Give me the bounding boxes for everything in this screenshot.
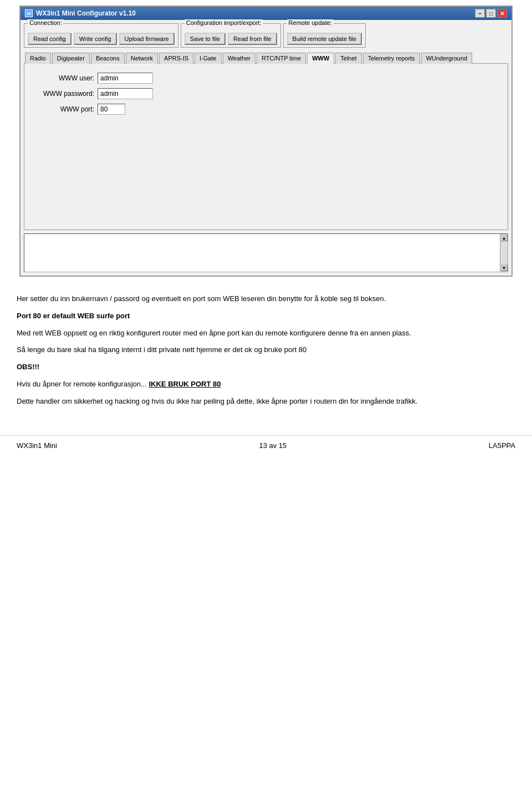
connection-group: Connection: Read config Write config Upl… bbox=[24, 23, 178, 48]
www-port-input[interactable] bbox=[98, 104, 125, 115]
read-from-file-button[interactable]: Read from file bbox=[228, 33, 277, 45]
config-import-export-group: Configuration import/export: Save to fil… bbox=[181, 23, 281, 48]
upload-firmware-button[interactable]: Upload firmware bbox=[119, 33, 175, 45]
obs-body2: Dette handler om sikkerhet og hacking og… bbox=[17, 396, 515, 408]
log-container: ▲ ▼ bbox=[24, 233, 508, 272]
application-window: W WX3in1 Mini Configurator v1.10 – □ ✕ C… bbox=[19, 6, 513, 277]
obs-body: Hvis du åpner for remote konfigurasjon..… bbox=[17, 379, 515, 390]
obs-body1: Hvis du åpner for remote konfigurasjon..… bbox=[17, 380, 147, 388]
app-icon: W bbox=[25, 9, 33, 17]
tab-telnet[interactable]: Telnet bbox=[335, 53, 361, 64]
config-import-label: Configuration import/export: bbox=[185, 19, 263, 26]
tab-i-gate[interactable]: I-Gate bbox=[195, 53, 222, 64]
scroll-down-arrow[interactable]: ▼ bbox=[501, 264, 508, 271]
close-button[interactable]: ✕ bbox=[497, 9, 507, 18]
title-bar: W WX3in1 Mini Configurator v1.10 – □ ✕ bbox=[21, 7, 511, 20]
www-user-input[interactable] bbox=[98, 73, 153, 84]
log-area: ▲ ▼ bbox=[24, 233, 508, 272]
obs-bold: IKKE BRUK PORT 80 bbox=[149, 380, 221, 388]
tab-network[interactable]: Network bbox=[126, 53, 158, 64]
tab-weather[interactable]: Weather bbox=[223, 53, 255, 64]
tab-wunderground[interactable]: WUnderground bbox=[421, 53, 473, 64]
tab-rtc-ntp[interactable]: RTC/NTP time bbox=[257, 53, 306, 64]
www-port-label: WWW port: bbox=[33, 105, 94, 113]
footer-right: LA5PPA bbox=[489, 441, 515, 450]
www-password-input[interactable] bbox=[98, 88, 153, 99]
write-config-button[interactable]: Write config bbox=[74, 33, 117, 45]
scroll-up-arrow[interactable]: ▲ bbox=[501, 235, 508, 241]
minimize-button[interactable]: – bbox=[475, 9, 485, 18]
tab-aprs-is[interactable]: APRS-IS bbox=[159, 53, 193, 64]
tabs-container: Radio Digipeater Beacons Network APRS-IS… bbox=[24, 51, 508, 64]
tab-radio[interactable]: Radio bbox=[25, 53, 51, 64]
main-panel: WWW user: WWW password: WWW port: bbox=[24, 64, 508, 230]
remote-update-label: Remote update: bbox=[287, 19, 334, 26]
window-controls: – □ ✕ bbox=[475, 9, 507, 18]
page-content: Her setter du inn brukernavn / passord o… bbox=[0, 282, 532, 424]
footer-left: WX3in1 Mini bbox=[17, 441, 57, 450]
tab-beacons[interactable]: Beacons bbox=[91, 53, 125, 64]
www-user-row: WWW user: bbox=[33, 73, 499, 84]
toolbar-sections: Connection: Read config Write config Upl… bbox=[24, 23, 508, 48]
obs-block: OBS!!! Hvis du åpner for remote konfigur… bbox=[17, 362, 515, 407]
tab-www[interactable]: WWW bbox=[307, 53, 334, 64]
log-scrollbar[interactable]: ▲ ▼ bbox=[500, 234, 508, 272]
window-title: WX3in1 Mini Configurator v1.10 bbox=[36, 9, 136, 17]
read-config-button[interactable]: Read config bbox=[28, 33, 71, 45]
save-to-file-button[interactable]: Save to file bbox=[185, 33, 226, 45]
remote-update-group: Remote update: Build remote update file bbox=[283, 23, 366, 48]
intro-text: Her setter du inn brukernavn / passord o… bbox=[17, 293, 515, 305]
tab-telemetry[interactable]: Telemetry reports bbox=[363, 53, 420, 64]
footer-center: 13 av 15 bbox=[259, 441, 287, 450]
window-body: Connection: Read config Write config Upl… bbox=[21, 20, 511, 276]
private-net-text: Så lenge du bare skal ha tilgang internt… bbox=[17, 344, 515, 356]
www-password-row: WWW password: bbox=[33, 88, 499, 99]
www-password-label: WWW password: bbox=[33, 90, 94, 98]
page-footer: WX3in1 Mini 13 av 15 LA5PPA bbox=[0, 435, 532, 455]
port-default-title: Port 80 er default WEB surfe port bbox=[17, 311, 515, 322]
connection-label: Connection: bbox=[28, 19, 64, 26]
www-user-label: WWW user: bbox=[33, 74, 94, 82]
port-default-body: Med rett WEB oppsett og en riktig konfig… bbox=[17, 328, 515, 339]
tab-digipeater[interactable]: Digipeater bbox=[52, 53, 90, 64]
restore-button[interactable]: □ bbox=[486, 9, 496, 18]
www-port-row: WWW port: bbox=[33, 104, 499, 115]
build-remote-update-button[interactable]: Build remote update file bbox=[287, 33, 362, 45]
title-bar-left: W WX3in1 Mini Configurator v1.10 bbox=[25, 9, 136, 17]
obs-title: OBS!!! bbox=[17, 362, 515, 373]
